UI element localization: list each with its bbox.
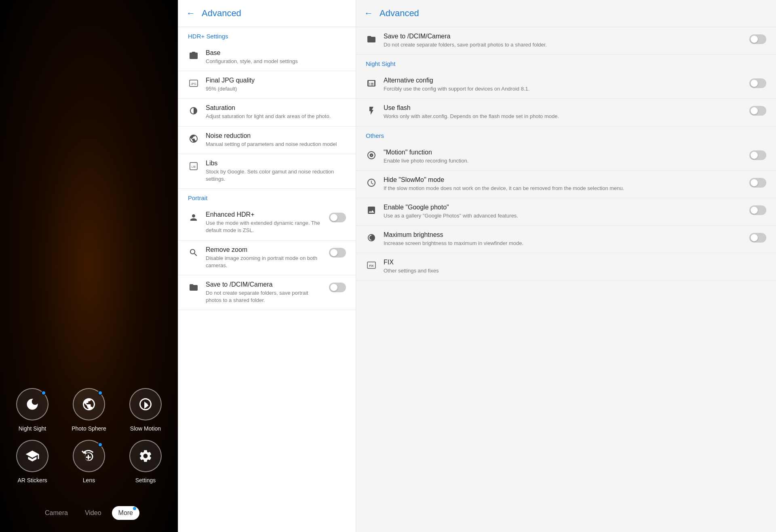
alt-config-item[interactable]: Alternative config Forcibly use the conf…: [356, 71, 776, 99]
bottom-tabs: Camera Video More: [0, 500, 178, 532]
mode-settings[interactable]: Settings: [121, 440, 170, 483]
saturation-item[interactable]: Saturation Adjust saturation for light a…: [178, 99, 356, 126]
mode-slow-motion[interactable]: Slow Motion: [121, 388, 170, 432]
settings-icon-wrap: [129, 440, 162, 472]
night-sight-badge: [41, 391, 46, 395]
tab-camera[interactable]: Camera: [38, 506, 74, 520]
enhanced-hdr-toggle[interactable]: [329, 213, 346, 222]
jpg-icon: JPG: [188, 78, 199, 89]
tab-more[interactable]: More: [112, 506, 139, 520]
tab-video[interactable]: Video: [78, 506, 108, 520]
final-jpg-name: Final JPG quality: [206, 77, 346, 84]
enable-google-photo-toggle[interactable]: [749, 205, 766, 215]
alt-config-toggle[interactable]: [749, 78, 766, 88]
base-name: Base: [206, 49, 346, 57]
right-back-button[interactable]: ←: [364, 8, 373, 19]
noise-reduction-text: Noise reduction Manual setting of parame…: [206, 132, 346, 148]
night-sight-section-header: Night Sight: [356, 55, 776, 71]
lens-label: Lens: [83, 477, 95, 483]
max-brightness-toggle[interactable]: [749, 233, 766, 243]
max-brightness-toggle-switch[interactable]: [749, 233, 766, 243]
enable-google-photo-toggle-switch[interactable]: [749, 205, 766, 215]
remove-zoom-toggle-switch[interactable]: [329, 248, 346, 258]
brightness-icon: [366, 232, 377, 243]
lens-icon-wrap: [73, 440, 105, 472]
mode-ar-stickers[interactable]: AR Stickers: [8, 440, 57, 483]
save-dcim-mid-toggle-switch[interactable]: [329, 283, 346, 292]
config-icon: [366, 78, 377, 89]
slow-motion-label: Slow Motion: [130, 425, 161, 432]
right-header: ← Advanced: [356, 0, 776, 27]
hide-slowmo-toggle[interactable]: [749, 178, 766, 188]
use-flash-desc: Works only with alter.config. Depends on…: [384, 113, 743, 120]
hide-slowmo-item[interactable]: Hide "SlowMo" mode If the slow motion mo…: [356, 171, 776, 198]
save-dcim-mid-desc: Do not create separate folders, save por…: [206, 289, 323, 304]
saturation-desc: Adjust saturation for light and dark are…: [206, 113, 346, 120]
lens-badge: [98, 442, 103, 447]
enhanced-hdr-toggle-switch[interactable]: [329, 213, 346, 222]
mode-night-sight[interactable]: Night Sight: [8, 388, 57, 432]
enhanced-hdr-name: Enhanced HDR+: [206, 211, 323, 218]
base-text: Base Configuration, style, and model set…: [206, 49, 346, 65]
noise-reduction-item[interactable]: Noise reduction Manual setting of parame…: [178, 127, 356, 154]
alt-config-desc: Forcibly use the config with support for…: [384, 85, 743, 93]
left-panel-content: Night Sight Photo Sphere Slow Motion: [0, 0, 178, 532]
max-brightness-item[interactable]: Maximum brightness Increase screen brigh…: [356, 226, 776, 253]
final-jpg-item[interactable]: JPG Final JPG quality 95% (default): [178, 71, 356, 99]
enhanced-hdr-item[interactable]: Enhanced HDR+ Use the mode with extended…: [178, 205, 356, 240]
fix-icon: FIX: [366, 260, 377, 271]
motion-function-item[interactable]: "Motion" function Enable live photo reco…: [356, 143, 776, 171]
save-dcim-right-text: Save to /DCIM/Camera Do not create separ…: [384, 33, 743, 49]
photo-icon: [366, 205, 377, 216]
photo-sphere-label: Photo Sphere: [72, 425, 106, 432]
max-brightness-desc: Increase screen brightness to maximum in…: [384, 240, 743, 247]
right-advanced-panel: ← Advanced Save to /DCIM/Camera Do not c…: [356, 0, 776, 532]
mode-lens[interactable]: Lens: [65, 440, 113, 483]
slow-motion-icon: [138, 397, 153, 412]
fix-item[interactable]: FIX FIX Other settings and fixes: [356, 253, 776, 281]
svg-text:FIX: FIX: [369, 264, 374, 267]
max-brightness-name: Maximum brightness: [384, 231, 743, 239]
globe-icon: [188, 133, 199, 144]
use-flash-toggle-switch[interactable]: [749, 106, 766, 116]
libs-text: Libs Stock by Google. Sets color gamut a…: [206, 160, 346, 183]
motion-function-toggle[interactable]: [749, 150, 766, 160]
mode-photo-sphere[interactable]: Photo Sphere: [65, 388, 113, 432]
motion-function-toggle-switch[interactable]: [749, 150, 766, 160]
remove-zoom-item[interactable]: Remove zoom Disable image zooming in por…: [178, 241, 356, 275]
svg-text:LIB: LIB: [192, 165, 196, 168]
person-icon: [188, 212, 199, 223]
noise-reduction-desc: Manual setting of parameters and noise r…: [206, 141, 346, 148]
save-dcim-mid-item[interactable]: Save to /DCIM/Camera Do not create separ…: [178, 275, 356, 310]
others-section-header: Others: [356, 127, 776, 143]
base-item[interactable]: Base Configuration, style, and model set…: [178, 44, 356, 71]
flash-icon: [366, 105, 377, 116]
use-flash-toggle[interactable]: [749, 106, 766, 116]
moon-icon: [25, 397, 40, 412]
folder-right-icon: [366, 34, 377, 45]
save-dcim-right-toggle-switch[interactable]: [749, 34, 766, 44]
base-desc: Configuration, style, and model settings: [206, 58, 346, 65]
fix-text: FIX Other settings and fixes: [384, 259, 766, 274]
middle-back-button[interactable]: ←: [186, 8, 195, 19]
enable-google-photo-item[interactable]: Enable "Google photo" Use as a gallery "…: [356, 198, 776, 226]
libs-item[interactable]: LIB Libs Stock by Google. Sets color gam…: [178, 154, 356, 189]
fix-desc: Other settings and fixes: [384, 267, 766, 274]
settings-label: Settings: [135, 477, 156, 483]
night-sight-label: Night Sight: [19, 425, 46, 432]
final-jpg-desc: 95% (default): [206, 85, 346, 93]
save-dcim-mid-toggle[interactable]: [329, 283, 346, 292]
saturation-name: Saturation: [206, 104, 346, 112]
ar-icon: [25, 449, 40, 463]
motion-icon: [366, 150, 377, 161]
save-dcim-right-toggle[interactable]: [749, 34, 766, 44]
hide-slowmo-toggle-switch[interactable]: [749, 178, 766, 188]
hdr-section-header: HDR+ Settings: [178, 27, 356, 44]
motion-function-name: "Motion" function: [384, 149, 743, 156]
alt-config-toggle-switch[interactable]: [749, 78, 766, 88]
remove-zoom-toggle[interactable]: [329, 248, 346, 258]
use-flash-item[interactable]: Use flash Works only with alter.config. …: [356, 99, 776, 126]
libs-icon: LIB: [188, 160, 199, 172]
save-dcim-right-item[interactable]: Save to /DCIM/Camera Do not create separ…: [356, 27, 776, 55]
libs-desc: Stock by Google. Sets color gamut and no…: [206, 168, 346, 183]
